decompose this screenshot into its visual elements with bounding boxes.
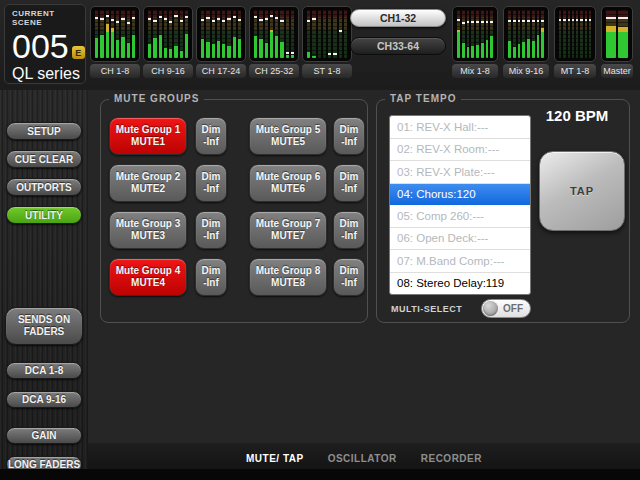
dim-label: Dim [340,218,359,230]
mute-group-id: MUTE6 [271,183,305,195]
multi-select-toggle[interactable]: OFF [481,299,531,318]
meter-level-green [111,32,114,58]
dim-inf-1-button[interactable]: Dim-Inf [195,117,227,155]
meter-peak-indicator [169,21,172,23]
mute-group-id: MUTE2 [131,183,165,195]
meter-bar [291,10,294,58]
meter-level-green [227,46,230,58]
meter-display [302,6,352,62]
meter-bar [312,10,315,58]
meter-level-green [180,51,183,58]
meter-peak-indicator [585,19,587,21]
meter-level-green [270,32,273,58]
mute-group-8-button[interactable]: Mute Group 8MUTE8 [249,258,327,296]
meter-peak-indicator [580,19,582,21]
effect-item-2[interactable]: 02: REV-X Room:--- [390,139,530,162]
dim-inf-2-button[interactable]: Dim-Inf [195,164,227,202]
top-meter-bar: CURRENT SCENE 005 E QL series CH 1-8CH 9… [0,0,640,91]
meter-strip-label: CH 25-32 [249,64,299,78]
meter-level-green [259,39,262,58]
mute-group-id: MUTE8 [271,277,305,289]
meter-peak-indicator [275,17,278,19]
dim-inf-3-button[interactable]: Dim-Inf [195,211,227,249]
meter-strip-st-1-8[interactable]: ST 1-8 [302,6,352,78]
mute-group-3-button[interactable]: Mute Group 3MUTE3 [109,211,187,249]
meter-level-green [280,42,283,58]
meter-level-green [462,43,465,58]
meter-bar [132,10,135,58]
current-scene-panel[interactable]: CURRENT SCENE 005 E QL series [4,4,86,84]
sidebar-item-dca-1-8[interactable]: DCA 1-8 [6,362,82,379]
sidebar-item-sends-on-faders[interactable]: SENDS ON FADERS [5,307,83,345]
meter-strip-mt-1-8[interactable]: MT 1-8 [554,6,596,78]
mute-group-5-button[interactable]: Mute Group 5MUTE5 [249,117,327,155]
meter-bar [185,10,188,58]
mute-group-4-button[interactable]: Mute Group 4MUTE4 [109,258,187,296]
effect-item-1[interactable]: 01: REV-X Hall:--- [390,116,530,139]
meter-peak-indicator [116,21,119,23]
meter-level-green [486,40,489,58]
tap-button[interactable]: TAP [539,151,625,231]
meter-level-green [606,32,616,58]
meter-level-green [527,39,530,58]
meter-bar [490,10,493,58]
meter-level-green [457,32,460,58]
mute-group-1-button[interactable]: Mute Group 1MUTE1 [109,117,187,155]
sidebar-item-setup[interactable]: SETUP [6,122,82,140]
meter-strip-label: Mix 1-8 [452,64,498,78]
meter-peak-indicator [95,17,98,19]
meter-level-yellow [541,28,544,31]
meter-peak-indicator [513,20,516,22]
meter-level-green [153,38,156,58]
effect-item-6[interactable]: 06: Open Deck:--- [390,228,530,251]
meter-strip-ch-17-24[interactable]: CH 17-24 [196,6,246,78]
meter-strip-ch-9-16[interactable]: CH 9-16 [143,6,193,78]
meter-peak-indicator [486,21,489,23]
effect-item-3[interactable]: 03: REV-X Plate:--- [390,161,530,184]
meter-level-green [513,47,516,58]
meter-strip-master[interactable]: Master [601,6,633,78]
sidebar-item-outports[interactable]: OUTPORTS [6,178,82,196]
meter-display [452,6,498,62]
meter-strip-ch-1-8[interactable]: CH 1-8 [90,6,140,78]
meter-level-green [291,55,294,58]
effect-item-7[interactable]: 07: M.Band Comp:--- [390,250,530,273]
meter-strip-label: MT 1-8 [554,64,596,78]
tab-oscillator[interactable]: OSCILLATOR [328,453,397,464]
dim-inf-5-button[interactable]: Dim-Inf [333,117,365,155]
meter-strip-ch-25-32[interactable]: CH 25-32 [249,6,299,78]
sidebar-item-gain[interactable]: GAIN [6,427,82,444]
mute-group-7-button[interactable]: Mute Group 7MUTE7 [249,211,327,249]
bank-select-ch1-32[interactable]: CH1-32 [350,9,446,27]
mute-group-2-button[interactable]: Mute Group 2MUTE2 [109,164,187,202]
meter-peak-indicator [462,22,465,24]
dim-inf-7-button[interactable]: Dim-Inf [333,211,365,249]
effect-item-4[interactable]: 04: Chorus:120 [390,184,530,206]
mute-group-id: MUTE1 [131,136,165,148]
meter-bar [580,10,582,58]
effect-item-5[interactable]: 05: Comp 260:--- [390,205,530,228]
meter-bar [95,10,98,58]
effect-item-8[interactable]: 08: Stereo Delay:119 [390,273,530,295]
meter-peak-indicator [233,16,236,18]
tap-tempo-panel: TAP TEMPO 120 BPM 01: REV-X Hall:---02: … [376,99,630,323]
meter-level-green [95,38,98,58]
bank-select-ch33-64[interactable]: CH33-64 [350,37,446,55]
meter-level-yellow [270,30,273,31]
dim-inf-4-button[interactable]: Dim-Inf [195,258,227,296]
tab-recorder[interactable]: RECORDER [421,453,482,464]
sidebar-item-utility[interactable]: UTILITY [6,206,82,224]
mute-group-6-button[interactable]: Mute Group 6MUTE6 [249,164,327,202]
sidebar-item-cue-clear[interactable]: CUE CLEAR [6,150,82,168]
meter-strip-mix-9-16[interactable]: Mix 9-16 [503,6,549,78]
meter-strip-mix-1-8[interactable]: Mix 1-8 [452,6,498,78]
tab-mute-tap[interactable]: MUTE/ TAP [246,453,304,464]
mute-group-name: Mute Group 4 [116,265,180,277]
dim-inf-6-button[interactable]: Dim-Inf [333,164,365,202]
sidebar-item-dca-9-16[interactable]: DCA 9-16 [6,391,82,408]
meter-level-yellow [111,28,114,31]
dim-inf-8-button[interactable]: Dim-Inf [333,258,365,296]
meter-peak-indicator [106,15,109,17]
dim-value: -Inf [203,136,219,148]
meter-peak-indicator [111,19,114,21]
